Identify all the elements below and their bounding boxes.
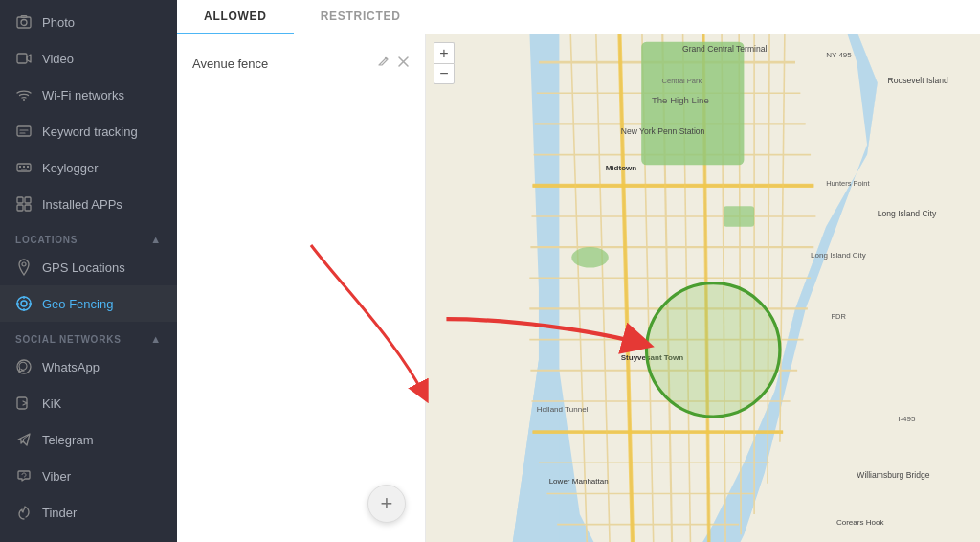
tab-allowed[interactable]: ALLOWED: [177, 0, 294, 34]
svg-point-18: [17, 297, 31, 310]
zoom-out-button[interactable]: −: [434, 63, 455, 84]
keyword-icon: [15, 123, 33, 140]
sidebar-item-tinder[interactable]: Tinder: [0, 494, 177, 531]
svg-text:Hunters Point: Hunters Point: [826, 179, 870, 188]
fence-item-name: Avenue fence: [192, 56, 268, 71]
svg-point-69: [571, 247, 609, 267]
svg-rect-9: [19, 166, 21, 168]
sidebar-item-tinder-label: Tinder: [42, 506, 77, 520]
sidebar-item-keyword[interactable]: Keyword tracking: [0, 113, 177, 149]
svg-point-1: [21, 20, 27, 26]
sidebar-item-kik-label: KiK: [42, 396, 61, 411]
sidebar-item-wifi-label: Wi-Fi networks: [42, 88, 124, 102]
sidebar-item-geo-fencing[interactable]: Geo Fencing: [0, 285, 177, 322]
sidebar-item-telegram[interactable]: Telegram: [0, 421, 177, 458]
map-svg: The High Line Central Park New York Penn…: [426, 34, 980, 542]
sidebar-item-gps-label: GPS Locations: [42, 260, 125, 275]
fence-item-left: Avenue fence: [192, 56, 268, 71]
sidebar-item-whatsapp-label: WhatsApp: [42, 360, 100, 374]
add-fence-button[interactable]: +: [368, 485, 406, 523]
svg-point-17: [22, 262, 26, 266]
sidebar-item-viber[interactable]: Viber: [0, 458, 177, 494]
svg-rect-12: [21, 169, 27, 170]
svg-rect-15: [17, 205, 23, 211]
sidebar-item-geo-fencing-label: Geo Fencing: [42, 297, 113, 311]
gps-icon: [15, 259, 33, 276]
kik-icon: [15, 395, 33, 412]
svg-point-19: [21, 301, 27, 306]
svg-rect-16: [25, 205, 31, 211]
sidebar-item-whatsapp[interactable]: WhatsApp: [0, 349, 177, 385]
sidebar-item-wifi[interactable]: Wi-Fi networks: [0, 77, 177, 113]
sidebar-item-keylogger-label: Keylogger: [42, 161, 99, 175]
svg-text:NY 495: NY 495: [826, 51, 852, 59]
installed-apps-icon: [15, 195, 33, 213]
svg-text:The High Line: The High Line: [652, 95, 709, 105]
svg-text:Long Island City: Long Island City: [811, 251, 866, 260]
svg-rect-11: [27, 166, 29, 168]
sidebar: Photo Video Wi-Fi networks Keyword track…: [0, 0, 177, 542]
telegram-icon: [15, 431, 33, 448]
sidebar-item-installed-apps[interactable]: Installed APPs: [0, 186, 177, 222]
viber-icon: [15, 467, 33, 485]
main-content: ALLOWED RESTRICTED Avenue fence: [177, 0, 980, 542]
zoom-in-button[interactable]: +: [434, 42, 455, 63]
panel-content: Avenue fence: [177, 34, 980, 542]
photo-icon: [15, 13, 33, 31]
sidebar-item-telegram-label: Telegram: [42, 433, 93, 447]
fence-list: Avenue fence: [177, 34, 426, 542]
svg-text:Midtown: Midtown: [606, 164, 637, 172]
locations-section-header: LOCATIONS ▲: [0, 222, 177, 249]
tinder-icon: [15, 504, 33, 521]
sidebar-item-installed-apps-label: Installed APPs: [42, 197, 122, 212]
svg-text:Lower Manhattan: Lower Manhattan: [549, 477, 609, 486]
sidebar-item-line[interactable]: LINE: [0, 531, 177, 542]
sidebar-item-keylogger[interactable]: Keylogger: [0, 149, 177, 186]
social-section-header: SOCIAL NETWORKS ▲: [0, 322, 177, 349]
svg-text:Long Island City: Long Island City: [878, 209, 937, 218]
social-chevron: ▲: [150, 333, 162, 345]
delete-icon[interactable]: [397, 56, 410, 71]
geo-fence-circle: [647, 283, 780, 417]
sidebar-item-video[interactable]: Video: [0, 40, 177, 77]
svg-text:Central Park: Central Park: [662, 77, 702, 85]
tabs-bar: ALLOWED RESTRICTED: [177, 0, 980, 34]
map-area: The High Line Central Park New York Penn…: [426, 34, 980, 542]
sidebar-item-kik[interactable]: KiK: [0, 385, 177, 421]
svg-rect-3: [17, 54, 27, 63]
svg-text:Roosevelt Island: Roosevelt Island: [888, 76, 949, 85]
video-icon: [15, 50, 33, 67]
sidebar-item-keyword-label: Keyword tracking: [42, 124, 138, 139]
svg-text:Corears Hook: Corears Hook: [836, 518, 885, 527]
fence-actions: [377, 56, 410, 71]
fence-item-avenue: Avenue fence: [177, 46, 425, 80]
sidebar-item-photo[interactable]: Photo: [0, 4, 177, 40]
svg-rect-10: [23, 166, 25, 168]
tab-restricted[interactable]: RESTRICTED: [294, 0, 428, 34]
svg-text:Williamsburg Bridge: Williamsburg Bridge: [857, 470, 929, 480]
svg-text:FDR: FDR: [832, 312, 847, 321]
keylogger-icon: [15, 159, 33, 176]
svg-point-4: [23, 99, 25, 101]
svg-rect-14: [25, 197, 31, 203]
geo-fencing-icon: [15, 295, 33, 312]
sidebar-item-video-label: Video: [42, 52, 74, 66]
svg-text:New York Penn Station: New York Penn Station: [621, 126, 705, 136]
sidebar-item-photo-label: Photo: [42, 15, 75, 30]
svg-text:Holland Tunnel: Holland Tunnel: [537, 405, 589, 414]
svg-rect-0: [17, 17, 31, 28]
svg-text:Grand Central Terminal: Grand Central Terminal: [682, 44, 767, 54]
edit-icon[interactable]: [377, 56, 390, 71]
svg-text:I-495: I-495: [898, 415, 916, 423]
locations-chevron: ▲: [150, 234, 162, 245]
wifi-icon: [15, 86, 33, 103]
zoom-controls: + −: [434, 42, 455, 84]
add-icon: +: [381, 491, 393, 516]
svg-rect-70: [724, 206, 754, 226]
whatsapp-icon: [15, 358, 33, 375]
sidebar-item-viber-label: Viber: [42, 469, 71, 484]
svg-rect-5: [17, 126, 31, 136]
svg-rect-13: [17, 197, 23, 203]
sidebar-item-gps[interactable]: GPS Locations: [0, 249, 177, 285]
svg-rect-25: [17, 397, 27, 409]
